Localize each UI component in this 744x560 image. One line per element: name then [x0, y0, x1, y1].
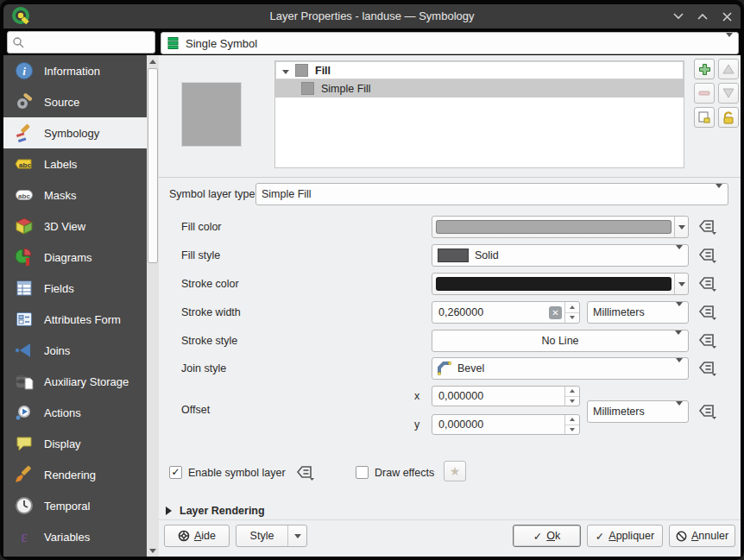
spin-up[interactable] — [565, 415, 579, 425]
data-defined-override-button[interactable] — [697, 331, 718, 350]
enable-symbol-layer-checkbox[interactable] — [169, 466, 182, 479]
sidebar-item-label: Information — [44, 65, 100, 78]
sidebar-item-variables[interactable]: ε Variables — [3, 521, 147, 552]
move-up-button[interactable] — [718, 59, 739, 79]
divider — [159, 177, 741, 178]
offset-x-value: 0,000000 — [432, 390, 564, 402]
sidebar-item-label: Symbology — [44, 127, 99, 140]
apply-button-label: Appliquer — [608, 530, 654, 542]
sidebar-item-auxiliary-storage[interactable]: Auxiliary Storage — [3, 366, 147, 397]
sidebar-item-source[interactable]: Source — [3, 86, 147, 117]
data-defined-override-button[interactable] — [697, 402, 718, 421]
remove-symbol-layer-button[interactable] — [694, 83, 715, 104]
apply-button[interactable]: ✓ Appliquer — [587, 525, 663, 547]
help-button[interactable]: Aide — [164, 525, 230, 547]
offset-y-input[interactable]: 0,000000 — [432, 414, 580, 435]
join-style-select[interactable]: Bevel — [432, 357, 689, 380]
tree-row-simple-fill[interactable]: Simple Fill — [275, 79, 684, 98]
stroke-width-input[interactable]: 0,260000 ✕ — [432, 301, 580, 324]
labels-icon: abc — [15, 154, 34, 173]
scroll-up-arrow[interactable] — [147, 55, 159, 67]
search-input[interactable] — [7, 31, 155, 53]
sidebar-item-labels[interactable]: abc Labels — [3, 148, 147, 179]
offset-x-input[interactable]: 0,000000 — [432, 386, 580, 406]
stroke-style-select[interactable]: No Line — [432, 330, 689, 352]
style-menu-button[interactable]: Style — [236, 525, 307, 547]
sidebar-item-label: Rendering — [44, 469, 96, 481]
symbol-layer-type-select[interactable]: Simple Fill — [255, 183, 728, 205]
lock-colors-button[interactable] — [718, 107, 739, 128]
effects-settings-button[interactable]: ★ — [444, 461, 466, 481]
duplicate-symbol-layer-button[interactable] — [694, 107, 715, 128]
help-icon — [178, 530, 190, 542]
check-icon: ✓ — [596, 530, 604, 543]
close-button[interactable] — [720, 9, 734, 23]
sidebar-item-actions[interactable]: Actions — [3, 397, 147, 428]
offset-x-label: x — [414, 385, 419, 407]
sidebar-item-rendering[interactable]: Rendering — [3, 459, 147, 490]
sidebar-item-diagrams[interactable]: Diagrams — [3, 242, 147, 273]
sidebar-item-display[interactable]: Display — [3, 428, 147, 459]
expander-icon[interactable] — [276, 65, 295, 77]
add-symbol-layer-button[interactable] — [694, 59, 715, 79]
sidebar-item-temporal[interactable]: Temporal — [3, 490, 147, 521]
chevron-down-icon — [676, 401, 683, 418]
fill-color-dropdown[interactable] — [674, 217, 688, 237]
stroke-width-label: Stroke width — [181, 301, 241, 324]
fields-icon — [15, 279, 34, 298]
data-defined-override-button[interactable] — [697, 303, 718, 322]
fill-style-select[interactable]: Solid — [432, 244, 689, 267]
cancel-button[interactable]: Annuler — [669, 525, 735, 547]
data-defined-override-button[interactable] — [697, 359, 718, 378]
ok-button[interactable]: ✓ Ok — [513, 525, 581, 547]
style-dropdown-arrow[interactable] — [287, 525, 306, 546]
spin-up[interactable] — [565, 302, 579, 313]
sidebar-scrollbar[interactable] — [147, 55, 159, 557]
sidebar-item-label: Attributes Form — [44, 313, 121, 326]
stroke-width-unit-select[interactable]: Millimeters — [587, 301, 689, 324]
sidebar-item-label: Masks — [44, 189, 77, 202]
move-down-button[interactable] — [718, 83, 739, 104]
enable-symbol-layer-label: Enable symbol layer — [188, 466, 286, 480]
stroke-style-value: No Line — [541, 335, 578, 347]
sidebar-item-information[interactable]: i Information — [3, 55, 147, 86]
maximize-button[interactable] — [696, 9, 709, 23]
spin-down[interactable] — [565, 313, 579, 324]
search-icon — [12, 36, 25, 49]
draw-effects-checkbox[interactable] — [356, 466, 369, 479]
data-defined-override-button[interactable] — [697, 274, 718, 293]
stroke-color-button[interactable] — [432, 273, 689, 295]
data-defined-override-button[interactable] — [697, 246, 718, 265]
duplicate-icon — [697, 110, 711, 124]
scrollbar-thumb[interactable] — [148, 68, 158, 263]
stroke-color-dropdown[interactable] — [674, 274, 688, 294]
chevron-down-icon — [675, 330, 682, 347]
offset-unit-select[interactable]: Millimeters — [587, 400, 689, 423]
sidebar-item-masks[interactable]: abc Masks — [3, 179, 147, 211]
layer-rendering-header[interactable]: Layer Rendering — [180, 503, 265, 519]
collapse-arrow-icon[interactable] — [166, 507, 172, 515]
clear-icon[interactable]: ✕ — [549, 306, 562, 319]
sidebar-item-joins[interactable]: Joins — [3, 335, 147, 366]
scroll-down-arrow[interactable] — [147, 544, 159, 557]
symbol-preview-swatch — [181, 82, 242, 147]
renderer-type-select[interactable]: Single Symbol — [161, 32, 739, 54]
sidebar-item-fields[interactable]: Fields — [3, 273, 147, 304]
attributes-form-icon — [15, 310, 34, 329]
unit-value: Millimeters — [593, 406, 645, 418]
fill-color-button[interactable] — [432, 216, 689, 238]
spin-down[interactable] — [565, 425, 579, 435]
sidebar-item-symbology[interactable]: Symbology — [3, 117, 147, 148]
join-style-label: Join style — [181, 357, 226, 380]
spin-up[interactable] — [565, 387, 579, 397]
tree-row-fill[interactable]: Fill — [275, 61, 684, 79]
sidebar-item-label: Temporal — [44, 500, 90, 513]
symbol-layer-tree: Fill Simple Fill — [274, 60, 684, 168]
sidebar-item-3d-view[interactable]: 3D View — [3, 211, 147, 242]
data-defined-override-button[interactable] — [295, 463, 316, 482]
data-defined-override-button[interactable] — [697, 217, 718, 236]
spin-down[interactable] — [565, 397, 579, 406]
title-bar[interactable]: Layer Properties - landuse — Symbology — [3, 4, 741, 28]
sidebar-item-attributes-form[interactable]: Attributes Form — [3, 304, 147, 335]
minimize-button[interactable] — [671, 9, 685, 23]
